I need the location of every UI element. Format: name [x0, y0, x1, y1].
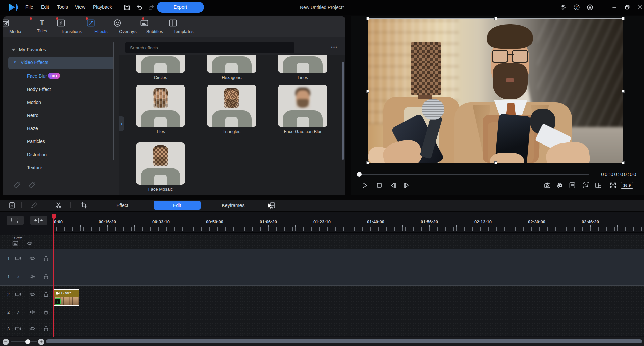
selection-handle-sw[interactable] — [366, 161, 369, 164]
dual-preview-icon[interactable] — [594, 181, 602, 189]
tab-titles[interactable]: T Titles — [27, 18, 57, 33]
lock-toggle-icon[interactable] — [43, 255, 49, 262]
preview-video-frame[interactable] — [368, 18, 623, 163]
crop-icon[interactable] — [80, 201, 88, 209]
sidebar-item-haze[interactable]: Haze — [27, 126, 38, 131]
audio-track-1-lane[interactable]: 1 ♪ — [0, 268, 644, 285]
minimize-button[interactable] — [611, 4, 618, 11]
sidebar-item-retro[interactable]: Retro — [27, 113, 38, 118]
effects-scrollbar[interactable] — [342, 62, 344, 160]
selection-handle-se[interactable] — [622, 161, 625, 164]
range-select-icon[interactable] — [8, 201, 16, 209]
restore-button[interactable] — [624, 4, 631, 11]
sidebar-item-my-favorites[interactable]: ♥ My Favorites — [12, 47, 46, 52]
subtitle-track-row[interactable]: SVRT — [0, 235, 644, 249]
effect-name: Lines — [278, 75, 327, 80]
split-scissors-icon[interactable] — [54, 201, 62, 209]
tab-label: Templates — [168, 29, 199, 34]
zoom-out-button[interactable] — [3, 339, 9, 345]
next-frame-button[interactable] — [402, 181, 410, 189]
eye-toggle-icon[interactable] — [29, 291, 36, 298]
render-preview-icon[interactable] — [556, 181, 564, 189]
lock-toggle-icon[interactable] — [43, 309, 49, 315]
tab-templates[interactable]: Templates — [168, 18, 199, 34]
sidebar-scrollbar[interactable] — [113, 42, 114, 160]
selection-handle-n[interactable] — [494, 17, 497, 20]
seek-bar[interactable] — [362, 174, 589, 175]
video-track-1-lane[interactable]: 1 12.face i — [0, 249, 644, 268]
lock-toggle-icon[interactable] — [43, 325, 49, 332]
tag-icon[interactable] — [13, 181, 21, 189]
video-track-2-lane[interactable]: 2 — [0, 285, 644, 303]
tab-effects[interactable]: Effects — [86, 18, 116, 34]
sidebar-item-motion[interactable]: Motion — [27, 100, 41, 105]
zoom-slider-handle[interactable] — [25, 339, 30, 344]
mute-toggle-icon[interactable] — [29, 309, 36, 315]
align-playhead-button[interactable] — [30, 216, 47, 225]
effect-card-face-mosaic[interactable]: Face Mosaic — [136, 142, 185, 192]
video-track-3-lane[interactable]: 3 — [0, 321, 644, 336]
video-track-icon — [15, 325, 21, 332]
tab-keyframes[interactable]: Keyframes — [218, 201, 248, 210]
close-button[interactable] — [637, 4, 643, 11]
effect-name: Face Gau...ian Blur — [278, 129, 327, 134]
timeline-ruler[interactable]: 0:00 00:16:20 00:33:10 00:50:00 01:06:20… — [54, 215, 644, 233]
mute-toggle-icon[interactable] — [29, 273, 36, 280]
selection-handle-w[interactable] — [366, 90, 369, 93]
fullscreen-icon[interactable] — [609, 181, 617, 189]
add-track-button[interactable] — [7, 216, 24, 225]
effect-card-triangles[interactable]: Triangles — [207, 85, 256, 134]
snapshot-camera-icon[interactable] — [543, 181, 551, 189]
selection-handle-e[interactable] — [622, 90, 625, 93]
thumb-person-shirt — [154, 63, 167, 73]
tab-effect[interactable]: Effect — [109, 201, 136, 210]
project-title: New Untitled Project* — [0, 5, 644, 10]
account-icon[interactable] — [586, 4, 594, 11]
tab-transitions[interactable]: Transitions — [56, 18, 87, 34]
sidebar-item-texture[interactable]: Texture — [27, 165, 42, 170]
eye-toggle-icon[interactable] — [26, 240, 33, 247]
eye-toggle-icon[interactable] — [29, 255, 36, 262]
tab-label: Media — [3, 29, 31, 34]
sidebar-item-video-effects[interactable]: ▾ Video Effects — [8, 57, 114, 69]
previous-frame-button[interactable] — [389, 181, 397, 189]
help-icon[interactable]: ? — [573, 4, 580, 11]
marker-list-icon[interactable] — [568, 181, 576, 189]
sidebar-item-body-effect[interactable]: Body Effect — [27, 86, 51, 92]
collapse-sidebar-button[interactable]: ‹ — [119, 116, 124, 131]
sidebar-item-face-blur[interactable]: Face Blur — [27, 73, 47, 79]
zoom-tool-icon[interactable] — [582, 181, 590, 189]
aspect-ratio-badge[interactable]: 16:9 — [621, 182, 633, 189]
track-number: 1 — [7, 274, 10, 279]
audio-track-2-lane[interactable]: 2 ♪ — [0, 303, 644, 321]
horizontal-scrollbar[interactable] — [46, 339, 642, 343]
playhead-line[interactable] — [53, 215, 54, 337]
effect-card-tiles[interactable]: Tiles — [136, 85, 185, 134]
tab-subtitles[interactable]: Subtitles — [140, 18, 170, 34]
tab-overlays[interactable]: Overlays — [113, 18, 143, 34]
selection-handle-ne[interactable] — [622, 17, 625, 20]
settings-gear-icon[interactable] — [559, 4, 567, 11]
zoom-in-button[interactable] — [38, 339, 44, 345]
eye-toggle-icon[interactable] — [29, 325, 36, 332]
sidebar-item-particles[interactable]: Particles — [27, 139, 45, 144]
effect-name: Hexagons — [207, 75, 256, 80]
tab-edit[interactable]: Edit — [154, 201, 201, 210]
selection-handle-nw[interactable] — [366, 17, 369, 20]
razor-pen-icon[interactable] — [30, 201, 38, 209]
timeline-clip-12face[interactable]: 12.face i — [54, 289, 79, 306]
play-button[interactable] — [361, 181, 369, 189]
stop-button[interactable] — [375, 181, 383, 189]
seek-handle[interactable] — [357, 172, 362, 177]
effect-card-face-gaussian-blur[interactable]: Face Gau...ian Blur — [278, 85, 327, 134]
lock-toggle-icon[interactable] — [43, 291, 49, 298]
selection-handle-s[interactable] — [494, 161, 497, 164]
search-input[interactable] — [125, 42, 294, 53]
lock-toggle-icon[interactable] — [43, 273, 49, 280]
tab-media[interactable]: Media — [3, 18, 31, 34]
more-options-button[interactable]: ••• — [328, 43, 341, 52]
sidebar-item-distortion[interactable]: Distortion — [27, 152, 47, 157]
subtitle-track-icon[interactable] — [12, 240, 19, 247]
tag-remove-icon[interactable] — [28, 181, 36, 189]
zoom-slider-track[interactable] — [11, 341, 37, 342]
